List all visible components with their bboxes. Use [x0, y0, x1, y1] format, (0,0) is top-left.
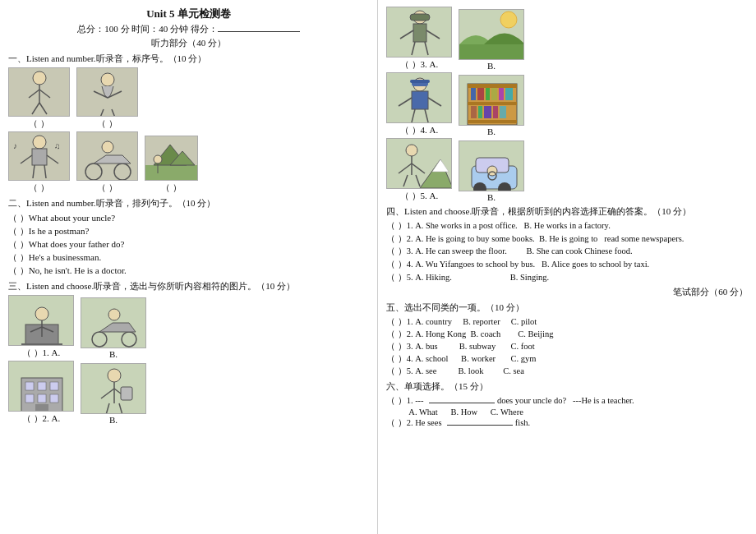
svg-rect-61: [410, 14, 430, 21]
svg-rect-88: [505, 88, 513, 100]
part5-questions: （ ）1. A. country B. reporter C. pilot （ …: [386, 316, 748, 377]
listening-header: 听力部分（40 分）: [8, 37, 369, 49]
part5-q1: （ ）1. A. country B. reporter C. pilot: [386, 316, 748, 328]
part3-row1: （ ）1. A. B.: [8, 295, 369, 359]
part2-title: 二、Listen and number.听录音，排列句子。（10 分）: [8, 197, 369, 209]
svg-rect-32: [21, 343, 62, 346]
right-part3-row3: （ ）5. A. B.: [386, 138, 748, 202]
part4-questions: （ ）1. A. She works in a post office. B. …: [386, 220, 748, 283]
right-p3-img5a: （ ）5. A.: [386, 138, 452, 202]
svg-rect-60: [413, 24, 426, 42]
right-p3-img4a: （ ）4. A.: [386, 72, 452, 136]
part3-row2: （ ）2. A. B.: [8, 361, 369, 425]
svg-rect-80: [468, 84, 517, 88]
part6-q2: （ ）2. He sees fish.: [386, 417, 748, 429]
right-part3-row2: （ ）4. A.: [386, 72, 748, 136]
svg-rect-15: [32, 149, 47, 165]
part4-title: 四、Listen and choose.听录音，根据所听到的内容选择正确的答案。…: [386, 205, 748, 218]
part5-q2: （ ）2. A. Hong Kong B. coach C. Beijing: [386, 329, 748, 340]
part3-img1b: B.: [81, 297, 146, 359]
part6-q1-options: A. What B. How C. Where: [403, 407, 748, 417]
svg-rect-90: [478, 106, 482, 118]
part1-row2: ♪ ♫ （ ） （ ）: [8, 131, 369, 194]
part5-q3: （ ）3. A. bus B. subway C. foot: [386, 341, 748, 352]
part1-img1: （ ）: [8, 67, 70, 130]
svg-rect-81: [468, 102, 517, 105]
part6-questions: （ ）1. --- does your uncle do? ---He is a…: [386, 395, 748, 429]
right-p3-img4b: B.: [459, 75, 524, 136]
part5-title: 五、选出不同类的一项。（10 分）: [386, 302, 748, 314]
svg-rect-72: [410, 80, 430, 83]
part5-q5: （ ）5. A. see B. look C. sea: [386, 366, 748, 377]
part3-img1a: （ ）1. A.: [8, 295, 74, 359]
part4-q3: （ ）3. A. He can sweep the floor. B. She …: [386, 246, 748, 258]
svg-rect-85: [486, 88, 490, 100]
part3-img2a: （ ）2. A.: [8, 361, 74, 425]
svg-point-68: [500, 12, 517, 28]
part1-img5: （ ）: [145, 136, 198, 194]
part3-img2b: B.: [81, 363, 146, 425]
part1-img4: （ ）: [76, 131, 138, 194]
svg-rect-44: [38, 382, 46, 390]
svg-rect-46: [25, 394, 34, 403]
part2-q5: （ ）No, he isn't. He is a doctor.: [8, 265, 369, 277]
svg-rect-73: [412, 91, 428, 109]
right-p3-img5b: B.: [459, 140, 524, 202]
right-column: （ ）3. A. B.: [378, 0, 756, 534]
svg-point-25: [102, 141, 113, 153]
part6-q1: （ ）1. --- does your uncle do? ---He is a…: [386, 395, 748, 407]
svg-text:♪: ♪: [13, 141, 17, 150]
part4-q4: （ ）4. A. Wu Yifangoes to school by bus. …: [386, 259, 748, 271]
svg-rect-83: [471, 88, 476, 100]
written-header: 笔试部分（60 分）: [386, 286, 748, 298]
svg-rect-84: [477, 88, 484, 100]
svg-rect-86: [491, 88, 497, 100]
svg-point-33: [35, 307, 48, 320]
right-p3-img3b: B.: [459, 9, 524, 71]
svg-rect-48: [50, 394, 58, 403]
part4-q5: （ ）5. A. Hiking. B. Singing.: [386, 272, 748, 284]
part5-q4: （ ）4. A. school B. worker C. gym: [386, 353, 748, 365]
part3-title: 三、Listen and choose.听录音，选出与你所听内容相符的图片。（1…: [8, 280, 369, 292]
part2-q2: （ ）Is he a postman?: [8, 225, 369, 237]
svg-rect-43: [25, 382, 34, 390]
svg-point-14: [33, 136, 46, 149]
part4-q2: （ ）2. A. He is going to buy some books. …: [386, 233, 748, 246]
right-p3-img3a: （ ）3. A.: [386, 7, 452, 71]
part2-questions: （ ）What about your uncle? （ ）Is he a pos…: [8, 212, 369, 277]
svg-rect-93: [500, 106, 506, 118]
svg-point-28: [154, 155, 162, 163]
svg-text:♫: ♫: [54, 141, 61, 150]
part1-img2: （ ）: [76, 67, 138, 130]
right-part3-row1: （ ）3. A. B.: [386, 7, 748, 71]
svg-rect-92: [493, 106, 498, 118]
svg-rect-82: [468, 120, 517, 123]
svg-rect-67: [459, 44, 524, 60]
svg-rect-89: [471, 106, 477, 118]
svg-rect-27: [145, 165, 198, 181]
svg-point-1: [33, 71, 46, 85]
part6-title: 六、单项选择。（15 分）: [386, 380, 748, 393]
svg-point-95: [406, 145, 417, 156]
svg-point-51: [108, 369, 121, 382]
svg-rect-87: [499, 88, 504, 100]
part1-img3: ♪ ♫ （ ）: [8, 131, 70, 194]
svg-rect-45: [50, 382, 58, 390]
part2-q1: （ ）What about your uncle?: [8, 212, 369, 224]
svg-point-8: [101, 73, 114, 86]
svg-rect-57: [121, 387, 132, 400]
part1-title: 一、Listen and number.听录音，标序号。（10 分）: [8, 53, 369, 65]
part4-q1: （ ）1. A. She works in a post office. B. …: [386, 220, 748, 232]
left-column: Unit 5 单元检测卷 总分：100 分 时间：40 分钟 得分： 听力部分（…: [0, 0, 378, 534]
svg-rect-91: [484, 106, 491, 118]
part1-row1: （ ） （ ）: [8, 67, 369, 130]
meta-info: 总分：100 分 时间：40 分钟 得分：: [8, 23, 369, 35]
part2-q4: （ ）He's a businessman.: [8, 251, 369, 264]
svg-rect-47: [38, 394, 46, 403]
page-title: Unit 5 单元检测卷: [8, 7, 369, 21]
svg-point-40: [108, 309, 120, 320]
svg-rect-49: [35, 404, 48, 412]
part2-q3: （ ）What does your father do?: [8, 238, 369, 251]
